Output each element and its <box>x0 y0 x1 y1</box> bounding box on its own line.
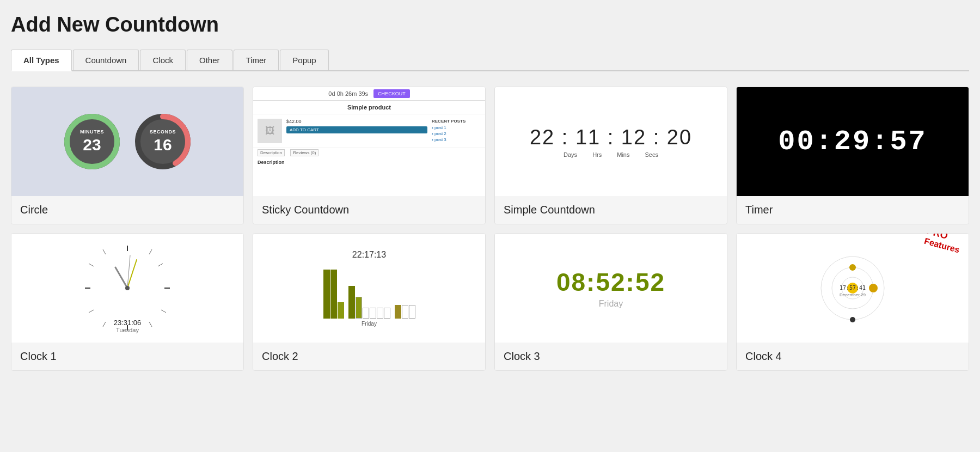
clock3-label: Clock 3 <box>495 343 727 370</box>
timer-label: Timer <box>737 196 969 224</box>
svg-line-18 <box>115 267 127 288</box>
svg-line-14 <box>103 249 106 254</box>
card-simple-countdown[interactable]: 22 : 11 : 12 : 20 Days Hrs Mins Secs Sim… <box>494 87 727 224</box>
svg-point-27 <box>869 284 878 292</box>
card-clock1[interactable]: 23:31:06 Tuesday Clock 1 <box>11 233 244 371</box>
svg-line-15 <box>89 264 94 266</box>
sc-label-hrs: Hrs <box>592 151 602 158</box>
svg-line-13 <box>149 322 152 327</box>
card-clock3[interactable]: 08:52:52 Friday Clock 3 <box>494 233 727 371</box>
clock2-day-label: Friday <box>362 321 377 327</box>
tab-clock[interactable]: Clock <box>140 50 186 70</box>
tab-timer[interactable]: Timer <box>234 50 279 70</box>
timer-preview: 00:29:57 <box>737 87 969 196</box>
timer-text: 00:29:57 <box>778 126 927 158</box>
filter-tabs: All Types Countdown Clock Other Timer Po… <box>11 50 969 71</box>
card-timer[interactable]: 00:29:57 Timer <box>736 87 969 224</box>
sticky-countdown-label: Sticky Countdown <box>253 196 485 224</box>
clock3-day: Friday <box>599 299 623 309</box>
card-sticky-countdown[interactable]: 0d 0h 26m 39s CHECKOUT Simple product 🖼 … <box>253 87 486 224</box>
card-clock2[interactable]: 22:17:13 <box>253 233 486 371</box>
sc-label-secs: Secs <box>645 151 658 158</box>
minutes-gauge: MINUTES 23 <box>62 112 122 172</box>
clock2-preview: 22:17:13 <box>253 234 485 343</box>
clock4-label: Clock 4 <box>737 343 969 370</box>
svg-point-26 <box>849 264 856 271</box>
svg-line-16 <box>89 310 94 313</box>
sticky-price: $42.00 <box>286 119 427 124</box>
clock3-time: 08:52:52 <box>556 267 665 297</box>
card-clock4[interactable]: 17:57:41 December 29 PRO Features Clock … <box>736 233 969 371</box>
pro-badge: PRO Features <box>918 234 969 259</box>
seconds-gauge: SECONDS 16 <box>133 112 193 172</box>
sc-labels: Days Hrs Mins Secs <box>530 151 692 158</box>
sticky-content: 🖼 $42.00 ADD TO CART RECENT POSTS • post… <box>253 114 485 148</box>
circle-label: Circle <box>11 196 243 224</box>
svg-point-28 <box>850 317 855 322</box>
sticky-text: $42.00 ADD TO CART <box>286 119 427 143</box>
tab-popup[interactable]: Popup <box>280 50 328 70</box>
simple-countdown-preview: 22 : 11 : 12 : 20 Days Hrs Mins Secs <box>495 87 727 196</box>
clock1-time: 23:31:06 <box>114 319 142 327</box>
sc-time: 22 : 11 : 12 : 20 <box>530 126 692 149</box>
sticky-add-to-cart: ADD TO CART <box>286 126 427 133</box>
sc-label-days: Days <box>564 151 577 158</box>
sc-label-mins: Mins <box>617 151 629 158</box>
sticky-product-image: 🖼 <box>258 119 282 143</box>
svg-text:17:57:41: 17:57:41 <box>840 285 866 291</box>
clock1-label: Clock 1 <box>11 343 243 370</box>
svg-point-21 <box>125 286 130 290</box>
solar-system-svg: 17:57:41 December 29 <box>809 245 896 332</box>
sc-inner: 22 : 11 : 12 : 20 Days Hrs Mins Secs <box>530 126 692 158</box>
sticky-bar: 0d 0h 26m 39s CHECKOUT <box>253 87 485 101</box>
circle-preview: MINUTES 23 SECONDS 16 <box>11 87 243 196</box>
svg-line-17 <box>103 322 106 327</box>
card-circle[interactable]: MINUTES 23 SECONDS 16 <box>11 87 244 224</box>
sticky-time: 0d 0h 26m 39s <box>328 90 368 97</box>
clock2-bars <box>323 264 415 319</box>
svg-line-11 <box>158 264 163 266</box>
tab-all-types[interactable]: All Types <box>11 50 72 71</box>
page-title: Add New Countdown <box>11 13 969 36</box>
cards-grid: MINUTES 23 SECONDS 16 <box>11 87 969 371</box>
sticky-countdown-preview: 0d 0h 26m 39s CHECKOUT Simple product 🖼 … <box>253 87 485 196</box>
clock4-preview: 17:57:41 December 29 PRO Features <box>737 234 969 343</box>
svg-text:December 29: December 29 <box>840 292 866 297</box>
clock1-preview: 23:31:06 Tuesday <box>11 234 243 343</box>
clock2-label: Clock 2 <box>253 343 485 370</box>
clock3-preview: 08:52:52 Friday <box>495 234 727 343</box>
svg-line-10 <box>149 249 152 254</box>
tab-other[interactable]: Other <box>187 50 232 70</box>
sticky-checkout-btn: CHECKOUT <box>373 89 410 98</box>
simple-countdown-label: Simple Countdown <box>495 196 727 224</box>
tab-countdown[interactable]: Countdown <box>73 50 139 70</box>
clock1-day: Tuesday <box>114 327 142 333</box>
svg-line-12 <box>161 310 166 313</box>
sticky-sidebar: RECENT POSTS • post 1 • post 2 • post 3 <box>432 119 481 143</box>
clock2-time: 22:17:13 <box>352 250 386 260</box>
